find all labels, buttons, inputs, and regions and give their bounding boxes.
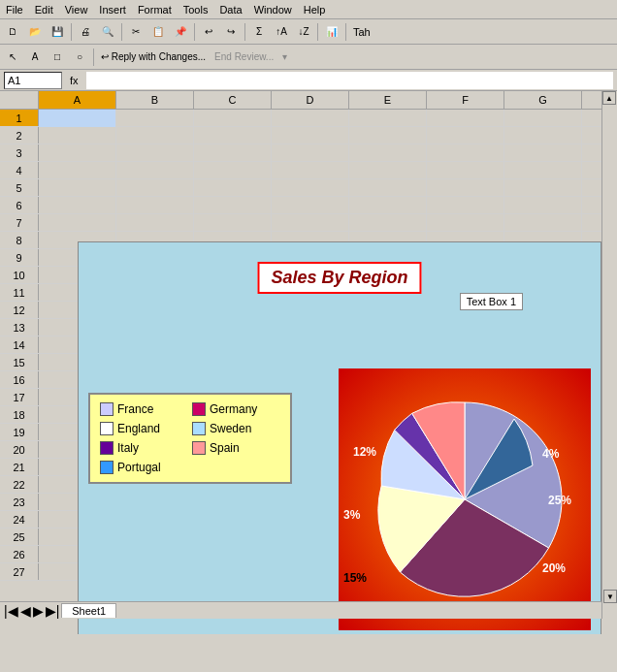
draw-btn4[interactable]: ○ bbox=[69, 47, 90, 68]
col-header-b[interactable]: B bbox=[116, 91, 194, 109]
cell-c1[interactable] bbox=[194, 110, 272, 127]
reply-changes[interactable]: ↩ Reply with Changes... bbox=[97, 51, 210, 62]
table-row: 4 bbox=[0, 162, 617, 179]
col-header-a[interactable]: A bbox=[39, 91, 116, 109]
pie-label-20: 20% bbox=[542, 561, 566, 575]
pie-label-4: 4% bbox=[542, 447, 560, 461]
name-box[interactable]: A1 bbox=[4, 72, 62, 89]
end-review[interactable]: End Review... bbox=[211, 51, 277, 62]
tab-nav-first[interactable]: |◀ bbox=[4, 603, 18, 619]
sort-asc-button[interactable]: ↑A bbox=[271, 21, 292, 43]
menu-data[interactable]: Data bbox=[213, 2, 247, 17]
formula-input[interactable] bbox=[86, 72, 613, 89]
menu-edit[interactable]: Edit bbox=[29, 2, 59, 17]
cut-button[interactable]: ✂ bbox=[125, 21, 146, 43]
chart-area[interactable]: Sales By Region Text Box 1 France German… bbox=[78, 241, 601, 634]
table-row: 7 bbox=[0, 214, 617, 232]
col-header-e[interactable]: E bbox=[349, 91, 427, 109]
menu-format[interactable]: Format bbox=[132, 2, 178, 17]
corner-spacer bbox=[0, 91, 39, 109]
menu-bar: File Edit View Insert Format Tools Data … bbox=[0, 0, 617, 19]
new-button[interactable]: 🗋 bbox=[2, 21, 23, 43]
cell-f1[interactable] bbox=[427, 110, 504, 127]
legend-label-portugal: Portugal bbox=[117, 461, 161, 474]
legend-swatch-portugal bbox=[100, 461, 114, 474]
cell-a1[interactable] bbox=[39, 110, 116, 127]
cell-g1[interactable] bbox=[504, 110, 582, 127]
scroll-up-button[interactable]: ▲ bbox=[602, 91, 616, 105]
legend-label-spain: Spain bbox=[210, 441, 240, 455]
copy-button[interactable]: 📋 bbox=[147, 21, 169, 43]
menu-tools[interactable]: Tools bbox=[178, 2, 214, 17]
cell-b1[interactable] bbox=[116, 110, 194, 127]
save-button[interactable]: 💾 bbox=[47, 21, 68, 43]
legend-swatch-france bbox=[100, 402, 114, 416]
font-name-display: Tah bbox=[349, 26, 374, 38]
pie-label-25: 25% bbox=[548, 494, 571, 507]
legend-item-france: France bbox=[100, 402, 188, 416]
table-row: 3 bbox=[0, 144, 617, 162]
pie-label-12: 12% bbox=[353, 445, 376, 459]
paste-button[interactable]: 📌 bbox=[170, 21, 191, 43]
menu-view[interactable]: View bbox=[59, 2, 94, 17]
redo-button[interactable]: ↪ bbox=[220, 21, 242, 43]
tab-nav-prev[interactable]: ◀ bbox=[20, 603, 31, 619]
chart-textbox[interactable]: Text Box 1 bbox=[460, 293, 523, 310]
sheet-tab-sheet1[interactable]: Sheet1 bbox=[61, 603, 116, 618]
sort-desc-button[interactable]: ↓Z bbox=[293, 21, 314, 43]
sep4 bbox=[244, 23, 245, 41]
tab-nav-next[interactable]: ▶ bbox=[33, 603, 44, 619]
scroll-down-button[interactable]: ▼ bbox=[603, 590, 617, 603]
pie-chart: 4% 25% 20% 11% 15% 3% 12% bbox=[339, 368, 591, 630]
chart-legend: France Germany England Sweden Italy bbox=[88, 393, 292, 484]
col-header-f[interactable]: F bbox=[427, 91, 504, 109]
pie-label-3: 3% bbox=[343, 508, 361, 522]
print-preview-button[interactable]: 🔍 bbox=[97, 21, 118, 43]
col-headers: A B C D E F G bbox=[0, 91, 617, 110]
menu-help[interactable]: Help bbox=[298, 2, 332, 17]
cell-d1[interactable] bbox=[272, 110, 349, 127]
col-header-d[interactable]: D bbox=[272, 91, 349, 109]
tab-nav-last[interactable]: ▶| bbox=[46, 603, 60, 619]
legend-label-sweden: Sweden bbox=[210, 422, 251, 435]
table-row: 6 bbox=[0, 197, 617, 214]
col-header-c[interactable]: C bbox=[194, 91, 272, 109]
chart-title: Sales By Region bbox=[257, 262, 421, 294]
sep2 bbox=[121, 23, 122, 41]
row-num-1: 1 bbox=[0, 110, 39, 126]
menu-insert[interactable]: Insert bbox=[93, 2, 132, 17]
autosum-button[interactable]: Σ bbox=[248, 21, 270, 43]
cell-e1[interactable] bbox=[349, 110, 427, 127]
chart-button[interactable]: 📊 bbox=[321, 21, 342, 43]
table-row: 1 bbox=[0, 110, 617, 127]
pie-svg: 4% 25% 20% 11% 15% 3% 12% bbox=[339, 368, 591, 630]
menu-window[interactable]: Window bbox=[248, 2, 298, 17]
legend-swatch-italy bbox=[100, 441, 114, 455]
print-button[interactable]: 🖨 bbox=[75, 21, 96, 43]
table-row: 5 bbox=[0, 179, 617, 197]
legend-item-sweden: Sweden bbox=[192, 422, 280, 435]
draw-btn3[interactable]: □ bbox=[47, 47, 68, 68]
legend-label-france: France bbox=[117, 402, 153, 416]
draw-btn1[interactable]: ↖ bbox=[2, 47, 23, 68]
sep3 bbox=[194, 23, 195, 41]
legend-label-england: England bbox=[117, 422, 160, 435]
sep5 bbox=[317, 23, 318, 41]
legend-item-portugal: Portugal bbox=[100, 461, 188, 474]
main-area: A B C D E F G 1 2 3 4 5 6 7 8 9 10 11 12… bbox=[0, 91, 617, 634]
pie-label-15: 15% bbox=[343, 571, 367, 585]
legend-label-germany: Germany bbox=[210, 402, 257, 416]
undo-button[interactable]: ↩ bbox=[198, 21, 219, 43]
menu-file[interactable]: File bbox=[0, 2, 29, 17]
sep6 bbox=[345, 23, 346, 41]
open-button[interactable]: 📂 bbox=[24, 21, 46, 43]
legend-swatch-spain bbox=[192, 441, 206, 455]
legend-item-england: England bbox=[100, 422, 188, 435]
vertical-scrollbar[interactable]: ▲ ▼ bbox=[601, 91, 617, 619]
formula-bar: A1 fx bbox=[0, 70, 617, 91]
table-row: 2 bbox=[0, 127, 617, 144]
draw-btn2[interactable]: A bbox=[24, 47, 46, 68]
col-header-g[interactable]: G bbox=[504, 91, 582, 109]
tab-bar: |◀ ◀ ▶ ▶| Sheet1 bbox=[0, 601, 601, 619]
review-dropdown[interactable]: ▾ bbox=[278, 51, 291, 62]
